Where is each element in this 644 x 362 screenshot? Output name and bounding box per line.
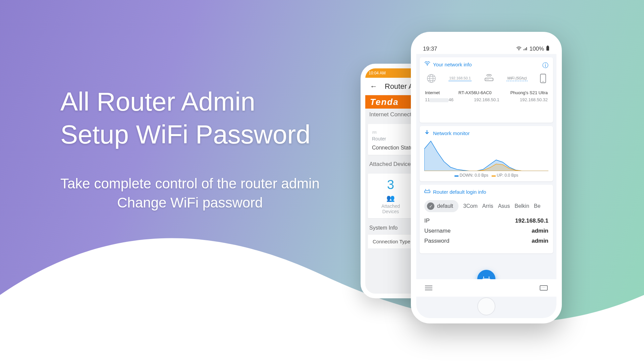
menu-icon[interactable] bbox=[425, 284, 432, 292]
link-wifi-band: WiFi (5Ghz) bbox=[506, 76, 528, 81]
login-pass-row: Password admin bbox=[424, 238, 548, 244]
traffic-chart bbox=[424, 139, 548, 171]
hero-text: All Router Admin Setup WiFi Password Tak… bbox=[60, 85, 320, 212]
hero-subtitle: Take complete control of the router admi… bbox=[60, 174, 320, 212]
wan-ip: 1146 bbox=[425, 97, 453, 102]
devices-icon: 👥 bbox=[381, 194, 400, 202]
info-icon[interactable]: ⓘ bbox=[542, 61, 548, 69]
router-ip: 192.168.50.1 bbox=[474, 97, 499, 102]
check-icon: ✓ bbox=[427, 202, 434, 210]
wifi-icon bbox=[424, 61, 430, 67]
download-icon bbox=[424, 130, 430, 136]
svg-rect-6 bbox=[485, 78, 493, 81]
status-right: 100% bbox=[516, 46, 550, 53]
network-info-title: Your network info bbox=[424, 61, 548, 67]
globe-icon bbox=[426, 73, 436, 83]
phone-front-time: 19:37 bbox=[423, 46, 437, 52]
network-monitor-card: Network monitor ▬ DOWN: 0.0 Bps ▬ UP: 0.… bbox=[420, 126, 553, 181]
network-monitor-title: Network monitor bbox=[424, 130, 548, 136]
phone-front-statusbar: 19:37 100% bbox=[416, 37, 556, 54]
device-icon bbox=[540, 73, 546, 83]
brand-chip-default[interactable]: ✓ default bbox=[424, 200, 459, 212]
brand-chips[interactable]: ✓ default 3Com Arris Asus Belkin Be bbox=[424, 200, 548, 212]
phone-front-screen: 19:37 100% bbox=[416, 37, 556, 318]
bottom-bar bbox=[416, 279, 556, 297]
svg-rect-11 bbox=[425, 191, 430, 193]
battery-pct: 100% bbox=[530, 46, 544, 52]
attached-count: 3 bbox=[381, 178, 400, 192]
svg-point-10 bbox=[543, 81, 544, 82]
signal-icon bbox=[523, 46, 528, 52]
topology-labels: Internet RT-AX56U-6AC0 Phuong's S21 Ultr… bbox=[424, 90, 548, 95]
router-icon bbox=[484, 74, 494, 83]
phone-front-mock: 19:37 100% bbox=[411, 32, 562, 323]
svg-rect-2 bbox=[547, 46, 548, 46]
link-lan-ip: 192.168.50.1 bbox=[448, 76, 471, 81]
login-info-card: Router default login info ✓ default 3Com… bbox=[420, 185, 553, 253]
brand-chip-3com[interactable]: 3Com bbox=[463, 203, 478, 209]
svg-point-8 bbox=[488, 79, 488, 80]
wifi-icon bbox=[516, 46, 522, 52]
device-ip: 192.168.50.32 bbox=[520, 97, 548, 102]
network-info-card: Your network info ⓘ 192.168.50.1 WiFi (5… bbox=[420, 57, 553, 123]
brand-chip-asus[interactable]: Asus bbox=[498, 203, 510, 209]
promo-stage: All Router Admin Setup WiFi Password Tak… bbox=[0, 0, 644, 362]
login-user-row: Username admin bbox=[424, 228, 548, 234]
keyboard-icon[interactable] bbox=[540, 285, 548, 291]
back-icon[interactable]: ← bbox=[370, 82, 377, 91]
network-topology: 192.168.50.1 WiFi (5Ghz) bbox=[424, 73, 548, 83]
home-button[interactable] bbox=[477, 297, 495, 315]
svg-point-0 bbox=[519, 50, 519, 51]
chart-legend: ▬ DOWN: 0.0 Bps ▬ UP: 0.0 Bps bbox=[424, 173, 548, 178]
svg-point-7 bbox=[486, 79, 487, 80]
svg-point-3 bbox=[427, 65, 428, 65]
svg-rect-1 bbox=[546, 46, 549, 51]
hero-title: All Router Admin Setup WiFi Password bbox=[60, 85, 320, 151]
login-ip-row: IP 192.168.50.1 bbox=[424, 218, 548, 224]
brand-chip-arris[interactable]: Arris bbox=[482, 203, 493, 209]
topology-sublabels: 1146 192.168.50.1 192.168.50.32 bbox=[424, 97, 548, 102]
ip-masked bbox=[430, 98, 448, 102]
attached-count-block: 3 👥 AttachedDevices bbox=[381, 178, 400, 214]
login-info-title: Router default login info bbox=[424, 189, 548, 195]
phone-back-time: 10:04 AM bbox=[369, 71, 386, 75]
battery-icon bbox=[546, 46, 550, 53]
router-small-icon bbox=[424, 189, 430, 195]
brand-chip-belkin[interactable]: Belkin bbox=[515, 203, 529, 209]
brand-chip-more[interactable]: Be bbox=[534, 203, 541, 209]
